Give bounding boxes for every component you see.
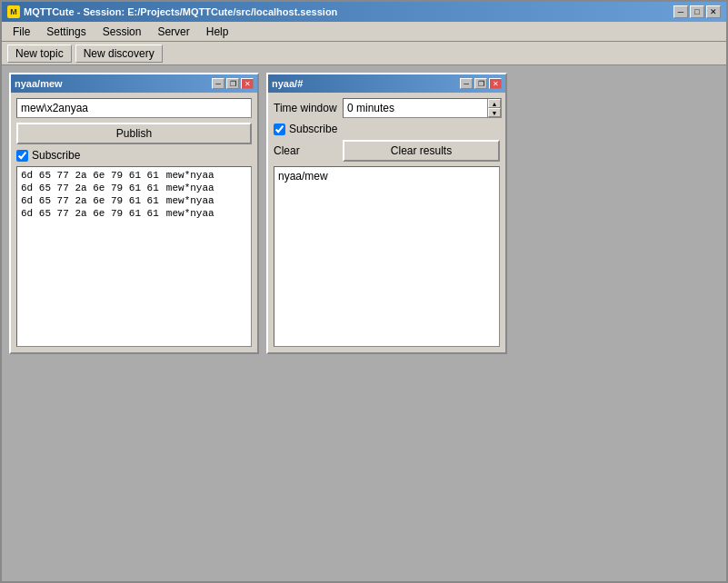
- app-icon: M: [7, 5, 20, 18]
- decoded-value: mew*nyaa: [166, 208, 214, 219]
- right-subscribe-row: Subscribe: [274, 123, 500, 135]
- table-row: 6d 65 77 2a 6e 79 61 61 mew*nyaa: [19, 182, 249, 194]
- new-discovery-button[interactable]: New discovery: [75, 44, 163, 63]
- message-input[interactable]: [16, 98, 252, 118]
- title-bar-left: M MQTTCute - Session: E:/Projects/MQTTCu…: [7, 5, 337, 18]
- right-subscribe-checkbox[interactable]: [274, 124, 285, 135]
- right-panel: nyaa/# ─ ❐ ✕ Time window ▲ ▼: [266, 73, 507, 354]
- left-panel-restore[interactable]: ❐: [226, 78, 239, 89]
- table-row: 6d 65 77 2a 6e 79 61 61 mew*nyaa: [19, 169, 249, 182]
- menu-settings[interactable]: Settings: [39, 24, 93, 40]
- new-topic-button[interactable]: New topic: [7, 44, 72, 63]
- main-window: M MQTTCute - Session: E:/Projects/MQTTCu…: [0, 0, 728, 583]
- spinner-arrows: ▲ ▼: [487, 99, 501, 117]
- table-row: 6d 65 77 2a 6e 79 61 61 mew*nyaa: [19, 207, 249, 220]
- left-panel-content: Publish Subscribe 6d 65 77 2a 6e 79 61 6…: [11, 93, 257, 352]
- left-panel-buttons: ─ ❐ ✕: [212, 78, 254, 89]
- title-bar: M MQTTCute - Session: E:/Projects/MQTTCu…: [2, 2, 726, 22]
- workspace: nyaa/mew ─ ❐ ✕ Publish Subscribe 6d 65 7…: [2, 65, 726, 581]
- spinner-up[interactable]: ▲: [488, 99, 501, 108]
- toolbar: New topic New discovery: [2, 42, 726, 65]
- right-panel-restore[interactable]: ❐: [474, 78, 487, 89]
- left-panel-minimize[interactable]: ─: [212, 78, 224, 89]
- menu-help[interactable]: Help: [199, 24, 236, 40]
- hex-value: 6d 65 77 2a 6e 79 61 61: [21, 170, 159, 181]
- hex-value: 6d 65 77 2a 6e 79 61 61: [21, 183, 159, 193]
- time-window-input[interactable]: [344, 99, 487, 117]
- left-panel-close[interactable]: ✕: [241, 78, 254, 89]
- decoded-value: mew*nyaa: [166, 183, 214, 193]
- clear-label: Clear: [274, 144, 337, 157]
- menu-session[interactable]: Session: [95, 24, 149, 40]
- spinner-down[interactable]: ▼: [488, 108, 501, 117]
- minimize-button[interactable]: ─: [673, 5, 688, 18]
- message-list: 6d 65 77 2a 6e 79 61 61 mew*nyaa 6d 65 7…: [16, 166, 252, 347]
- close-button[interactable]: ✕: [706, 5, 721, 18]
- clear-results-button[interactable]: Clear results: [343, 140, 500, 162]
- subscribe-label: Subscribe: [32, 149, 80, 162]
- menu-file[interactable]: File: [5, 24, 37, 40]
- hex-value: 6d 65 77 2a 6e 79 61 61: [21, 208, 159, 219]
- time-window-row: Time window ▲ ▼: [274, 98, 500, 118]
- left-panel-title: nyaa/mew: [15, 78, 63, 89]
- decoded-value: mew*nyaa: [166, 195, 214, 206]
- title-bar-buttons: ─ □ ✕: [673, 5, 721, 18]
- decoded-value: mew*nyaa: [166, 170, 214, 181]
- hex-value: 6d 65 77 2a 6e 79 61 61: [21, 195, 159, 206]
- left-panel-title-bar: nyaa/mew ─ ❐ ✕: [11, 74, 257, 93]
- subscribe-row: Subscribe: [16, 149, 252, 162]
- menu-bar: File Settings Session Server Help: [2, 22, 726, 42]
- right-subscribe-label: Subscribe: [289, 123, 337, 135]
- left-panel: nyaa/mew ─ ❐ ✕ Publish Subscribe 6d 65 7…: [9, 73, 259, 354]
- discovery-list: nyaa/mew: [274, 166, 500, 347]
- menu-server[interactable]: Server: [150, 24, 196, 40]
- right-panel-title: nyaa/#: [272, 78, 303, 89]
- clear-row: Clear Clear results: [274, 140, 500, 162]
- right-panel-buttons: ─ ❐ ✕: [460, 78, 502, 89]
- table-row: 6d 65 77 2a 6e 79 61 61 mew*nyaa: [19, 194, 249, 207]
- window-title: MQTTCute - Session: E:/Projects/MQTTCute…: [24, 6, 337, 17]
- right-panel-title-bar: nyaa/# ─ ❐ ✕: [268, 74, 505, 93]
- time-window-label: Time window: [274, 102, 337, 114]
- right-panel-content: Time window ▲ ▼ Subscribe Clear Cl: [268, 93, 505, 352]
- right-panel-close[interactable]: ✕: [489, 78, 502, 89]
- publish-button[interactable]: Publish: [16, 123, 252, 144]
- maximize-button[interactable]: □: [690, 5, 704, 18]
- list-item: nyaa/mew: [276, 169, 497, 183]
- time-window-spinner: ▲ ▼: [343, 98, 502, 118]
- right-panel-minimize[interactable]: ─: [460, 78, 473, 89]
- subscribe-checkbox[interactable]: [16, 150, 28, 162]
